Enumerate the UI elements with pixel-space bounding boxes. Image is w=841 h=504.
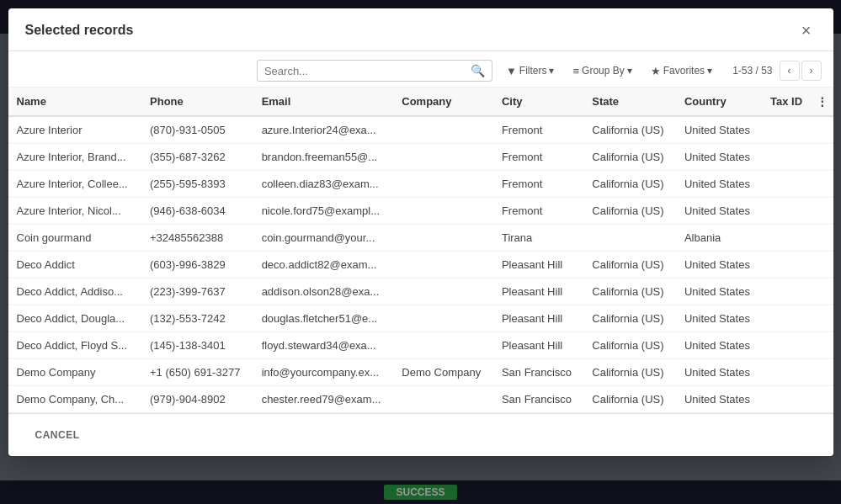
cell-tax_id [762, 225, 813, 252]
cell-state [583, 225, 676, 252]
cell-name: Deco Addict, Floyd S... [8, 332, 142, 359]
filters-chevron: ▾ [549, 65, 554, 77]
cancel-button[interactable]: CANCEL [25, 424, 90, 446]
group-by-chevron: ▾ [627, 65, 632, 77]
cell-state: California (US) [583, 386, 676, 413]
col-country: Country [676, 88, 762, 116]
col-state: State [583, 88, 676, 116]
cell-options [813, 279, 833, 305]
cell-email: nicole.ford75@exampl... [253, 198, 394, 225]
cell-state: California (US) [583, 198, 676, 225]
cell-country: United States [676, 279, 762, 305]
cell-city: Fremont [493, 198, 583, 225]
col-options: ⋮ [813, 88, 833, 116]
favorites-label: Favorites [663, 65, 705, 77]
col-phone: Phone [141, 88, 253, 116]
cell-options [813, 332, 833, 359]
cell-city: Pleasant Hill [493, 252, 583, 279]
cell-company [393, 171, 493, 198]
cell-phone: (979)-904-8902 [141, 386, 253, 413]
cell-email: chester.reed79@exam... [253, 386, 394, 413]
cell-phone: (355)-687-3262 [141, 144, 253, 171]
table-row[interactable]: Deco Addict, Addiso...(223)-399-7637addi… [8, 279, 833, 305]
cell-tax_id [762, 198, 813, 225]
cell-options [813, 144, 833, 171]
cell-email: azure.Interior24@exa... [253, 116, 394, 144]
cell-tax_id [762, 144, 813, 171]
cell-name: Azure Interior [8, 116, 142, 144]
table-row[interactable]: Deco Addict, Dougla...(132)-553-7242doug… [8, 305, 833, 332]
cell-options [813, 225, 833, 252]
favorites-button[interactable]: ★ Favorites ▾ [644, 61, 719, 81]
cell-company [393, 252, 493, 279]
cell-name: Deco Addict, Dougla... [8, 305, 142, 332]
cell-company [393, 332, 493, 359]
cell-phone: (603)-996-3829 [141, 252, 253, 279]
table-row[interactable]: Demo Company, Ch...(979)-904-8902chester… [8, 386, 833, 413]
cell-phone: (145)-138-3401 [141, 332, 253, 359]
cell-company [393, 386, 493, 413]
cell-email: info@yourcompany.ex... [253, 359, 394, 386]
cell-email: floyd.steward34@exa... [253, 332, 394, 359]
cell-name: Demo Company [8, 359, 142, 386]
cell-country: United States [676, 144, 762, 171]
cell-phone: (255)-595-8393 [141, 171, 253, 198]
cell-options [813, 116, 833, 144]
cell-state: California (US) [583, 116, 676, 144]
cell-options [813, 252, 833, 279]
cell-email: coin.gourmand@your... [253, 225, 394, 252]
table-header: Name Phone Email Company City State Coun… [8, 88, 833, 116]
cell-country: Albania [676, 225, 762, 252]
cell-tax_id [762, 332, 813, 359]
search-input[interactable] [264, 65, 466, 77]
table-row[interactable]: Azure Interior, Nicol...(946)-638-6034ni… [8, 198, 833, 225]
cell-name: Deco Addict, Addiso... [8, 279, 142, 305]
table-row[interactable]: Demo Company+1 (650) 691-3277info@yourco… [8, 359, 833, 386]
filters-label: Filters [519, 65, 547, 77]
table-row[interactable]: Azure Interior, Collee...(255)-595-8393c… [8, 171, 833, 198]
table-row[interactable]: Azure Interior, Brand...(355)-687-3262br… [8, 144, 833, 171]
table-row[interactable]: Azure Interior(870)-931-0505azure.Interi… [8, 116, 833, 144]
table-row[interactable]: Deco Addict(603)-996-3829deco.addict82@e… [8, 252, 833, 279]
modal-body: Name Phone Email Company City State Coun… [8, 88, 833, 413]
cell-email: douglas.fletcher51@e... [253, 305, 394, 332]
next-page-button[interactable]: › [801, 61, 822, 81]
search-button[interactable]: 🔍 [471, 64, 485, 77]
cell-country: United States [676, 198, 762, 225]
cell-options [813, 198, 833, 225]
cell-city: San Francisco [493, 359, 583, 386]
table-row[interactable]: Coin gourmand+32485562388coin.gourmand@y… [8, 225, 833, 252]
group-icon: ≡ [572, 65, 579, 77]
cell-email: deco.addict82@exam... [253, 252, 394, 279]
cell-state: California (US) [583, 332, 676, 359]
favorites-chevron: ▾ [707, 65, 712, 77]
cell-state: California (US) [583, 359, 676, 386]
prev-page-button[interactable]: ‹ [780, 61, 800, 81]
modal-close-button[interactable]: × [796, 20, 817, 40]
cell-country: United States [676, 305, 762, 332]
cell-country: United States [676, 171, 762, 198]
cell-country: United States [676, 359, 762, 386]
filters-button[interactable]: ▼ Filters ▾ [499, 61, 562, 81]
cell-options [813, 359, 833, 386]
cell-city: Fremont [493, 171, 583, 198]
cell-tax_id [762, 279, 813, 305]
cell-country: United States [676, 386, 762, 413]
modal-header: Selected records × [8, 8, 833, 51]
cell-options [813, 171, 833, 198]
table-row[interactable]: Deco Addict, Floyd S...(145)-138-3401flo… [8, 332, 833, 359]
cell-company [393, 116, 493, 144]
cell-tax_id [762, 305, 813, 332]
table-body: Azure Interior(870)-931-0505azure.Interi… [8, 116, 833, 413]
cell-phone: (132)-553-7242 [141, 305, 253, 332]
cell-email: brandon.freeman55@... [253, 144, 394, 171]
star-icon: ★ [651, 65, 661, 77]
cell-city: Pleasant Hill [493, 279, 583, 305]
cell-country: United States [676, 252, 762, 279]
table-wrapper[interactable]: Name Phone Email Company City State Coun… [8, 88, 833, 413]
header-row: Name Phone Email Company City State Coun… [8, 88, 833, 116]
group-by-button[interactable]: ≡ Group By ▾ [566, 61, 638, 81]
col-email: Email [253, 88, 394, 116]
col-city: City [493, 88, 583, 116]
cell-state: California (US) [583, 305, 676, 332]
